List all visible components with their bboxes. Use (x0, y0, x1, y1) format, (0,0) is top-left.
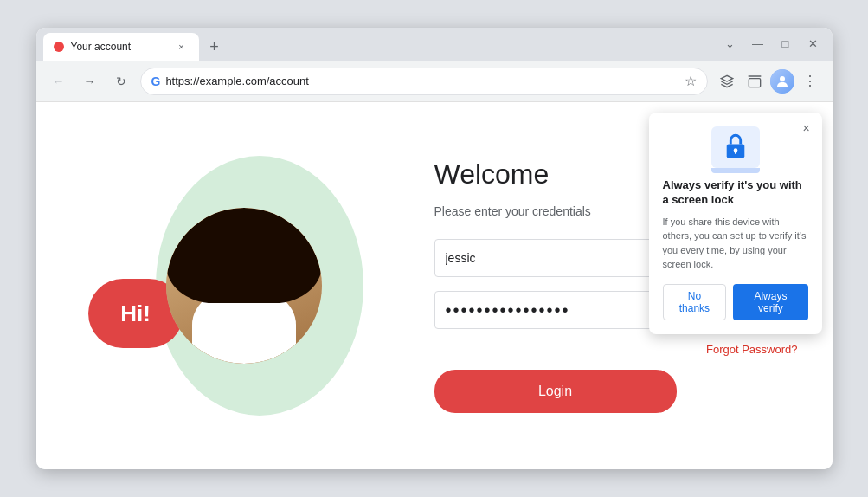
popup-close-button[interactable]: × (798, 119, 815, 137)
extensions-icon[interactable] (715, 69, 739, 94)
popup-buttons: No thanks Always verify (663, 284, 808, 320)
window-menu-button[interactable]: ⌄ (718, 31, 743, 55)
popup-body: If you share this device with others, yo… (663, 215, 808, 272)
active-tab[interactable]: Your account × (43, 33, 199, 61)
person-avatar (166, 208, 322, 364)
svg-point-1 (780, 76, 785, 81)
forgot-password-link[interactable]: Forgot Password? (706, 343, 798, 356)
cast-icon[interactable] (743, 69, 767, 94)
forward-button[interactable]: → (78, 69, 102, 94)
lock-icon (711, 126, 760, 168)
toolbar-icons: ⋮ (715, 69, 822, 94)
svg-rect-0 (749, 78, 760, 87)
welcome-title: Welcome (434, 158, 550, 190)
svg-rect-5 (734, 150, 736, 154)
login-button[interactable]: Login (434, 370, 677, 413)
no-thanks-button[interactable]: No thanks (663, 284, 727, 320)
user-avatar-button[interactable] (770, 69, 794, 94)
reload-button[interactable]: ↻ (109, 69, 133, 94)
url-text: https://example.com/account (165, 74, 308, 87)
tab-close-button[interactable]: × (175, 40, 189, 54)
tab-title: Your account (71, 41, 168, 53)
google-logo: G (151, 74, 161, 88)
chrome-menu-button[interactable]: ⋮ (798, 69, 822, 94)
username-input[interactable] (434, 239, 677, 277)
new-tab-button[interactable]: + (203, 35, 227, 59)
address-bar: ← → ↻ G https://example.com/account ☆ (36, 61, 833, 102)
page-content: Hi! Welcome Please enter your credential… (36, 102, 833, 469)
url-bar[interactable]: G https://example.com/account ☆ (140, 68, 708, 95)
always-verify-button[interactable]: Always verify (733, 284, 807, 320)
window-maximize-button[interactable]: □ (774, 31, 798, 55)
person-face (166, 208, 322, 364)
browser-window: Your account × + ⌄ — □ ✕ ← → ↻ G https:/… (36, 28, 833, 469)
password-input[interactable] (434, 291, 677, 329)
left-illustration: Hi! (36, 102, 400, 469)
popup-title: Always verify it's you with a screen loc… (663, 178, 808, 208)
window-controls: ⌄ — □ ✕ (718, 31, 826, 61)
password-wrapper (434, 291, 677, 329)
form-subtitle: Please enter your credentials (434, 204, 591, 218)
bookmark-icon[interactable]: ☆ (685, 73, 697, 89)
window-minimize-button[interactable]: — (746, 31, 770, 55)
window-close-button[interactable]: ✕ (801, 31, 826, 55)
tab-favicon (54, 42, 64, 52)
popup-icon-wrap (663, 126, 808, 168)
screen-lock-popup: × Always verify it's you with a screen l… (649, 113, 822, 334)
avatar-inner (770, 69, 794, 94)
tab-bar: Your account × + ⌄ — □ ✕ (36, 28, 833, 61)
back-button[interactable]: ← (47, 69, 71, 94)
